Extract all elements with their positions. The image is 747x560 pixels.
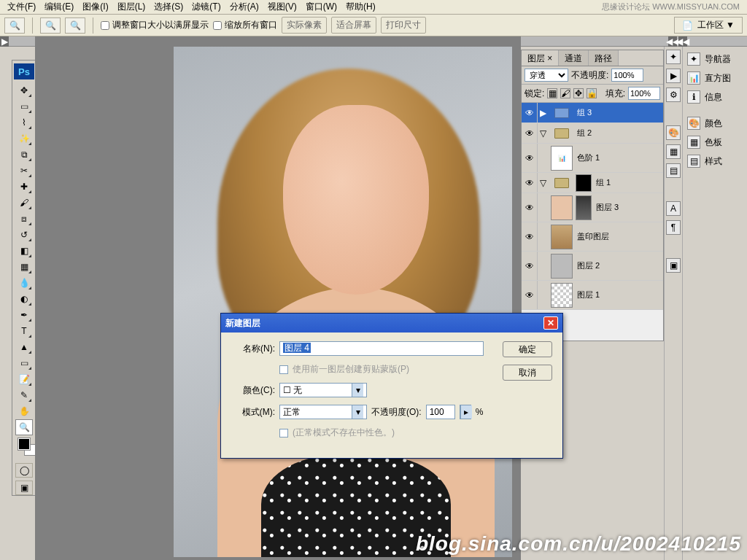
crop-tool-icon[interactable]: ⧉ (15, 147, 33, 163)
menu-file[interactable]: 文件(F) (3, 0, 40, 15)
fit-screen-button[interactable]: 适合屏幕 (331, 17, 376, 34)
eraser-tool-icon[interactable]: ◧ (15, 243, 33, 259)
actual-pixels-button[interactable]: 实际像素 (282, 17, 327, 34)
type-tool-icon[interactable]: T (15, 323, 33, 339)
path-select-tool-icon[interactable]: ▲ (15, 339, 33, 355)
menu-window[interactable]: 窗口(W) (301, 0, 341, 15)
chevron-down-icon[interactable]: ▾ (352, 405, 363, 419)
workspace-dropdown[interactable]: 📄工作区 ▼ (674, 17, 743, 34)
slice-tool-icon[interactable]: ✂ (15, 163, 33, 179)
visibility-icon[interactable]: 👁 (522, 222, 538, 251)
zoom-in-icon[interactable]: 🔍 (40, 18, 61, 34)
tool-preset-icon[interactable]: 🔍 (4, 18, 25, 34)
document-canvas[interactable] (174, 47, 512, 557)
zoom-out-icon[interactable]: 🔍 (65, 18, 85, 34)
zoom-tool-icon[interactable]: 🔍 (15, 419, 33, 435)
color-swatches[interactable] (18, 435, 30, 460)
foreground-swatch[interactable] (18, 438, 30, 450)
ok-button[interactable]: 确定 (503, 341, 552, 357)
lock-all-icon[interactable]: 🔒 (587, 88, 597, 98)
dock-styles[interactable]: ▤样式 (683, 152, 747, 171)
lock-position-icon[interactable]: ✥ (573, 88, 584, 98)
visibility-icon[interactable]: 👁 (522, 193, 538, 222)
layer-row-stamp[interactable]: 👁 盖印图层 (522, 222, 663, 252)
blur-tool-icon[interactable]: 💧 (15, 275, 33, 291)
menu-layer[interactable]: 图层(L) (113, 0, 150, 15)
dock-icon[interactable]: ¶ (666, 220, 681, 235)
cancel-button[interactable]: 取消 (503, 365, 552, 381)
tab-layers[interactable]: 图层 × (522, 50, 559, 66)
visibility-icon[interactable]: 👁 (522, 123, 538, 143)
dock-info[interactable]: ℹ信息 (683, 88, 747, 106)
dock-icon[interactable]: ✦ (666, 50, 681, 64)
expand-left-icon[interactable]: ▶ (0, 36, 9, 47)
close-icon[interactable]: ✕ (543, 316, 558, 330)
dock-icon[interactable]: 🎨 (666, 125, 681, 140)
menu-edit[interactable]: 编辑(E) (40, 0, 78, 15)
layer-row-group3[interactable]: 👁 ▶ 组 3 (522, 103, 663, 123)
chevron-down-icon[interactable]: ▾ (352, 384, 363, 397)
menu-help[interactable]: 帮助(H) (341, 0, 380, 15)
dialog-titlebar[interactable]: 新建图层 ✕ (221, 314, 562, 332)
notes-tool-icon[interactable]: 📝 (15, 371, 33, 387)
blend-mode-select[interactable]: 穿透 (525, 69, 568, 82)
layer-row-group1[interactable]: 👁 ▽ 组 1 (522, 173, 663, 193)
visibility-icon[interactable]: 👁 (522, 173, 538, 192)
pen-tool-icon[interactable]: ✒ (15, 307, 33, 323)
zoom-all-checkbox[interactable]: 缩放所有窗口 (213, 19, 277, 31)
dodge-tool-icon[interactable]: ◐ (15, 291, 33, 307)
wand-tool-icon[interactable]: ✨ (15, 131, 33, 147)
fill-input[interactable] (628, 87, 660, 100)
lasso-tool-icon[interactable]: ⌇ (15, 114, 33, 131)
layer-row-levels1[interactable]: 👁 📊 色阶 1 (522, 144, 663, 173)
gradient-tool-icon[interactable]: ▦ (15, 259, 33, 275)
visibility-icon[interactable]: 👁 (522, 144, 538, 172)
visibility-icon[interactable]: 👁 (522, 281, 538, 309)
shape-tool-icon[interactable]: ▭ (15, 355, 33, 371)
dock-icon[interactable]: ⚙ (666, 88, 681, 102)
opacity-input[interactable] (611, 69, 643, 82)
dock-color[interactable]: 🎨颜色 (683, 114, 747, 133)
history-brush-tool-icon[interactable]: ↺ (15, 227, 33, 243)
menu-filter[interactable]: 滤镜(T) (187, 0, 225, 15)
dock-swatches[interactable]: ▦色板 (683, 133, 747, 152)
menu-view[interactable]: 视图(V) (263, 0, 301, 15)
opacity-slider-icon[interactable]: ▸ (460, 405, 471, 419)
print-size-button[interactable]: 打印尺寸 (381, 17, 426, 34)
screenmode-icon[interactable]: ▣ (15, 481, 33, 495)
eyedropper-tool-icon[interactable]: ✎ (15, 387, 33, 403)
opacity-field[interactable] (426, 405, 455, 419)
hand-tool-icon[interactable]: ✋ (15, 403, 33, 419)
visibility-icon[interactable]: 👁 (522, 103, 538, 122)
dock-icon[interactable]: ▶ (666, 69, 681, 83)
heal-tool-icon[interactable]: ✚ (15, 179, 33, 195)
dock-icon[interactable]: ▣ (666, 258, 681, 273)
dock-icon[interactable]: ▦ (666, 144, 681, 159)
lock-transparent-icon[interactable]: ▦ (547, 88, 557, 98)
quickmask-icon[interactable]: ◯ (15, 463, 33, 478)
mode-select[interactable]: 正常▾ (279, 405, 367, 419)
move-tool-icon[interactable]: ✥ (15, 82, 33, 98)
layer-row-layer3[interactable]: 👁 图层 3 (522, 193, 663, 222)
expand-right2-icon[interactable]: ◀◀ (678, 36, 687, 47)
tab-paths[interactable]: 路径 (589, 50, 619, 66)
dock-icon[interactable]: A (666, 201, 681, 216)
marquee-tool-icon[interactable]: ▭ (15, 98, 33, 114)
color-select[interactable]: ☐ 无▾ (279, 383, 367, 397)
tab-channels[interactable]: 通道 (559, 50, 589, 66)
menu-image[interactable]: 图像(I) (78, 0, 112, 15)
layer-row-group2[interactable]: 👁 ▽ 组 2 (522, 123, 663, 144)
dock-histogram[interactable]: 📊直方图 (683, 69, 747, 88)
dock-navigator[interactable]: ✦导航器 (683, 50, 747, 69)
menu-analysis[interactable]: 分析(A) (225, 0, 263, 15)
layer-row-layer2[interactable]: 👁 图层 2 (522, 252, 663, 281)
lock-pixels-icon[interactable]: 🖌 (560, 88, 570, 98)
resize-window-checkbox[interactable]: 调整窗口大小以满屏显示 (101, 19, 209, 31)
layer-row-layer1[interactable]: 👁 图层 1 (522, 281, 663, 310)
menu-select[interactable]: 选择(S) (150, 0, 187, 15)
dock-icon[interactable]: ▤ (666, 163, 681, 178)
brush-tool-icon[interactable]: 🖌 (15, 195, 33, 211)
name-input[interactable]: 图层 4 (279, 341, 484, 356)
stamp-tool-icon[interactable]: ⧈ (15, 211, 33, 227)
visibility-icon[interactable]: 👁 (522, 252, 538, 280)
